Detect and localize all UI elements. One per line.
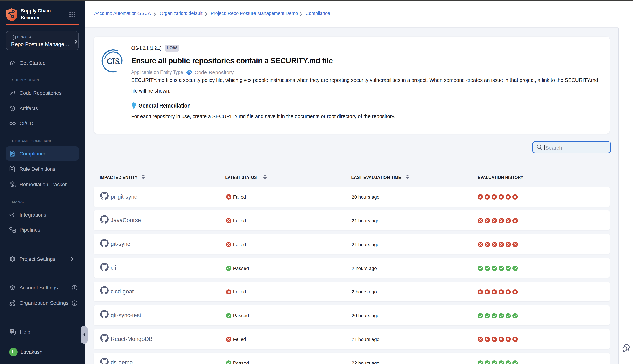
svg-text:?: ? bbox=[11, 330, 13, 332]
svg-text:CIS: CIS bbox=[107, 56, 119, 66]
svg-text:</>: </> bbox=[187, 70, 191, 74]
